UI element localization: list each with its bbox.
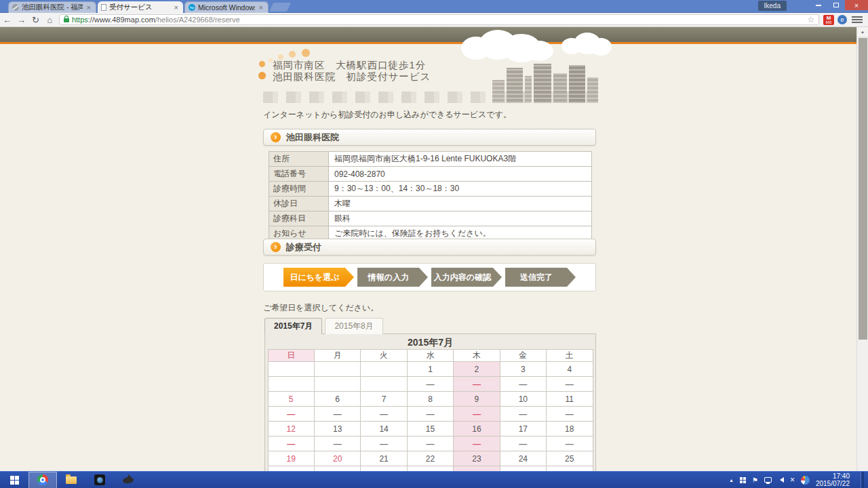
calendar-date-cell[interactable]: 4	[547, 362, 593, 377]
browser-tab-2-active[interactable]: 受付サービス ×	[98, 1, 183, 13]
calendar-date-cell[interactable]: 1	[407, 362, 453, 377]
calendar-date-cell[interactable]: 24	[500, 451, 546, 466]
page-favicon	[101, 4, 106, 11]
step-select-date: 日にちを選ぶ	[283, 268, 354, 287]
restore-button[interactable]	[827, 0, 845, 10]
taskbar-chrome[interactable]	[28, 472, 57, 488]
browser-tabstrip: 池田眼科医院 - 福岡市南 × 受付サービス × hp Microsoft Wi…	[0, 0, 868, 13]
browser-tab-1[interactable]: 池田眼科医院 - 福岡市南 ×	[8, 1, 96, 13]
calendar-date-cell[interactable]: 6	[314, 392, 360, 407]
taskbar-app-dark[interactable]	[85, 472, 114, 488]
info-row: 診療科目眼科	[269, 211, 592, 226]
tab-close-icon[interactable]: ×	[258, 3, 264, 12]
show-hidden-icons-icon[interactable]: ▲	[729, 478, 734, 483]
calendar-date-cell[interactable]: 23	[454, 451, 500, 466]
calendar-date-cell[interactable]: 8	[407, 392, 453, 407]
calendar-panel: 2015年7月 日月火水木金土1234————567891011———————1…	[264, 333, 596, 471]
url-host: ://www.489map.com	[88, 16, 155, 24]
orca-app-icon	[122, 476, 134, 483]
calendar-status-cell	[314, 377, 360, 392]
tab-month-july[interactable]: 2015年7月	[264, 318, 322, 334]
tray-windows-icon[interactable]	[740, 477, 746, 483]
deco-dot	[302, 49, 310, 57]
taskbar-clock[interactable]: 17:40 2015/07/22	[816, 472, 850, 487]
calendar-date-cell[interactable]: 5	[268, 392, 314, 407]
calendar-date-cell	[268, 362, 314, 377]
tab-close-icon[interactable]: ×	[85, 3, 92, 12]
browser-toolbar: ← → ↻ ⌂ https ://www.489map.com /helios/…	[0, 13, 868, 27]
calendar-date-cell[interactable]: 3	[500, 362, 546, 377]
new-tab-button[interactable]	[269, 3, 291, 12]
calendar-date-cell[interactable]: 12	[268, 422, 314, 436]
calendar-date-cell[interactable]: 25	[547, 451, 593, 466]
profile-name[interactable]: Ikeda	[758, 1, 787, 11]
calendar-date-cell[interactable]: 15	[407, 422, 453, 436]
info-value: 福岡県福岡市南区大橋1-9-16 Lente FUKUOKA3階	[329, 152, 592, 167]
taskbar-app-orca[interactable]	[114, 472, 142, 488]
info-value: 092-408-2870	[329, 167, 592, 182]
network-icon[interactable]	[764, 477, 772, 483]
calendar-date-cell[interactable]: 11	[547, 392, 593, 407]
calendar-date-cell[interactable]: 21	[361, 451, 407, 466]
url-bar[interactable]: https ://www.489map.com /helios/A2429668…	[59, 14, 819, 25]
tab-close-icon[interactable]: ×	[173, 3, 180, 12]
system-tray: ▲ ⚑ × 17:40 2015/07/22	[729, 472, 868, 488]
calendar-date-cell[interactable]: 18	[547, 422, 593, 436]
calendar-date-cell[interactable]: 13	[314, 422, 360, 436]
mail-extension-icon[interactable]: M 865	[823, 15, 834, 25]
step-confirm: 入力内容の確認	[431, 268, 502, 287]
reception-section-title: 診療受付	[286, 241, 321, 253]
ime-ball-icon[interactable]	[801, 476, 810, 485]
weekday-header: 水	[407, 350, 453, 362]
action-center-flag-icon[interactable]: ⚑	[752, 476, 758, 484]
site-favicon	[12, 4, 19, 11]
calendar-date-cell[interactable]: 22	[407, 451, 453, 466]
calendar-date-cell[interactable]: 9	[454, 392, 500, 407]
arrow-circle-icon: ›	[271, 242, 281, 252]
tab-title: 受付サービス	[109, 3, 170, 12]
calendar-date-cell[interactable]: 7	[361, 392, 407, 407]
calendar-date-cell[interactable]: 2	[454, 362, 500, 377]
https-lock-icon	[64, 18, 69, 22]
taskbar-explorer[interactable]	[57, 472, 85, 488]
weekday-header: 日	[268, 350, 314, 362]
calendar-status-cell: —	[407, 436, 453, 451]
home-icon[interactable]: ⌂	[43, 15, 57, 25]
date-select-prompt: ご希望日を選択してください。	[263, 302, 378, 314]
calendar-date-cell[interactable]: 17	[500, 422, 546, 436]
clock-date: 2015/07/22	[816, 480, 850, 487]
calendar-date-cell[interactable]: 16	[454, 422, 500, 436]
calendar-status-cell: —	[500, 407, 546, 422]
chrome-menu-icon[interactable]	[852, 16, 863, 23]
scroll-up-arrow-icon[interactable]: ▲	[857, 27, 868, 37]
show-desktop-button[interactable]	[861, 472, 864, 488]
cloud-shape	[525, 41, 553, 61]
reload-icon[interactable]: ↻	[28, 15, 43, 25]
close-button[interactable]: ×	[845, 0, 868, 10]
forward-icon[interactable]: →	[14, 15, 28, 25]
calendar-date-cell[interactable]: 14	[361, 422, 407, 436]
info-value: 眼科	[329, 211, 592, 226]
ime-close-icon[interactable]: ×	[790, 475, 795, 485]
hp-favicon: hp	[189, 4, 195, 11]
tab-month-august[interactable]: 2015年8月	[325, 318, 382, 334]
calendar-date-cell[interactable]: 20	[314, 451, 360, 466]
info-value: 9：30～13：00、14：30～18：30	[329, 182, 592, 197]
vertical-scrollbar[interactable]: ▲	[856, 27, 868, 471]
calendar-status-cell: —	[500, 377, 546, 392]
volume-icon[interactable]	[780, 477, 784, 483]
back-icon[interactable]: ←	[0, 15, 14, 25]
info-label: 休診日	[269, 197, 329, 211]
calendar-date-cell[interactable]: 19	[268, 451, 314, 466]
calendar-date-cell[interactable]: 10	[500, 392, 546, 407]
bookmark-star-icon[interactable]: ☆	[807, 15, 814, 24]
minimize-button[interactable]	[810, 0, 827, 10]
clock-time: 17:40	[816, 472, 850, 480]
reception-section-header: › 診療受付	[263, 239, 596, 256]
start-button[interactable]	[0, 472, 28, 488]
scrollbar-thumb[interactable]	[859, 38, 867, 340]
browser-extension-icon[interactable]: e	[837, 15, 847, 24]
calendar-date-cell	[361, 362, 407, 377]
info-row: 休診日木曜	[269, 197, 592, 211]
browser-tab-3[interactable]: hp Microsoft Windows 8 / ×	[184, 1, 269, 13]
